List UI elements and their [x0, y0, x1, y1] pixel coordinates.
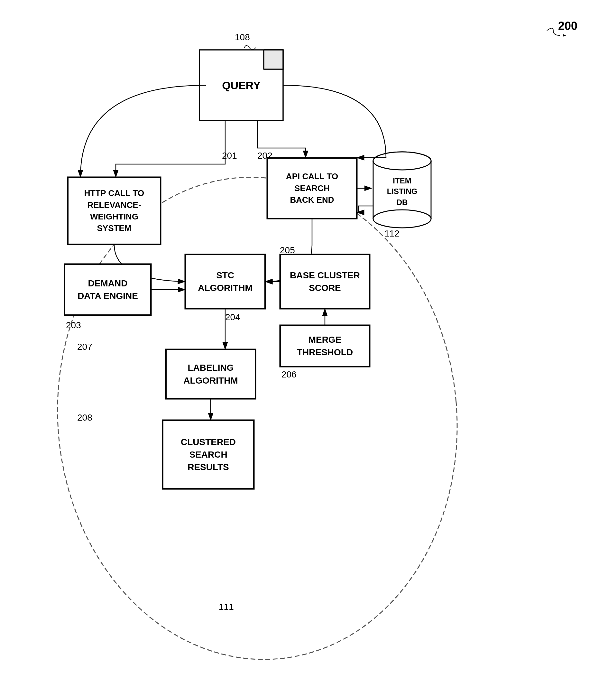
diagram-container: 200 — [0, 0, 616, 679]
ref-206: 206 — [281, 369, 297, 380]
ref-208: 208 — [77, 413, 92, 423]
labeling-algorithm-box: LABELINGALGORITHM — [166, 349, 256, 399]
ref-203: 203 — [66, 320, 81, 330]
demand-data-engine-box: DEMANDDATA ENGINE — [64, 264, 151, 315]
api-call-box: API CALL TOSEARCHBACK END — [267, 158, 357, 219]
item-listing-db: ITEMLISTINGDB — [373, 158, 431, 225]
base-cluster-score-box: BASE CLUSTERSCORE — [280, 254, 370, 309]
ref-207: 207 — [77, 342, 92, 352]
clustered-results-box: CLUSTEREDSEARCHRESULTS — [163, 420, 254, 489]
svg-marker-21 — [563, 34, 566, 37]
ref-108: 108 — [235, 32, 250, 42]
ref-112: 112 — [384, 228, 400, 239]
stc-algorithm-box: STCALGORITHM — [185, 254, 265, 309]
query-box: QUERY — [199, 50, 283, 121]
ref-204: 204 — [225, 312, 240, 322]
http-call-box: HTTP CALL TORELEVANCE-WEIGHTINGSYSTEM — [68, 177, 161, 245]
ref-201: 201 — [222, 151, 237, 161]
ref-205: 205 — [280, 245, 295, 256]
figure-ref-200: 200 — [558, 19, 577, 33]
ref-111: 111 — [219, 602, 234, 612]
merge-threshold-box: MERGETHRESHOLD — [280, 325, 370, 367]
